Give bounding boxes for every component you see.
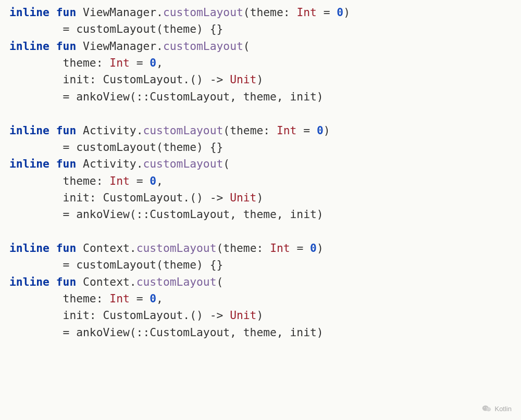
receiver-type: Activity: [83, 124, 137, 137]
keyword-fun: fun: [56, 6, 76, 19]
receiver-type: ViewManager: [83, 40, 156, 53]
keyword-inline: inline: [9, 241, 49, 254]
code-line: = ankoView(::CustomLayout, theme, init): [9, 326, 324, 339]
code-line: init: CustomLayout.() -> Unit): [9, 191, 263, 204]
code-line: theme: Int = 0,: [9, 174, 163, 187]
type-int: Int: [277, 124, 296, 137]
svg-point-4: [488, 409, 488, 409]
keyword-inline: inline: [9, 6, 49, 19]
keyword-fun: fun: [56, 241, 76, 254]
body-ankoview: ankoView(::CustomLayout, theme, init): [76, 326, 323, 339]
literal-zero: 0: [310, 241, 317, 254]
code-line: = customLayout(theme) {}: [9, 258, 223, 271]
code-line: inline fun ViewManager.customLayout(them…: [9, 6, 350, 19]
code-line: inline fun Activity.customLayout(theme: …: [9, 124, 330, 137]
code-line: inline fun Context.customLayout(theme: I…: [9, 241, 324, 254]
receiver-type: Context: [83, 275, 130, 288]
svg-point-2: [485, 407, 486, 408]
code-line: = customLayout(theme) {}: [9, 141, 223, 154]
arrow: ->: [210, 73, 224, 86]
type-int: Int: [109, 292, 129, 305]
type-int: Int: [109, 56, 129, 69]
literal-zero: 0: [317, 124, 324, 137]
arrow: ->: [210, 191, 224, 204]
type-unit: Unit: [230, 191, 256, 204]
code-line: inline fun ViewManager.customLayout(: [9, 40, 250, 53]
watermark: Kotlin: [482, 404, 512, 413]
code-line: init: CustomLayout.() -> Unit): [9, 309, 263, 322]
blank-line: [9, 107, 16, 120]
svg-point-3: [486, 407, 487, 408]
code-line: theme: Int = 0,: [9, 56, 163, 69]
svg-point-5: [489, 409, 490, 409]
keyword-fun: fun: [56, 157, 76, 170]
blank-line: [9, 225, 16, 238]
keyword-inline: inline: [9, 275, 49, 288]
function-name: customLayout: [163, 6, 243, 19]
receiver-type: Activity: [83, 157, 137, 170]
body-ankoview: ankoView(::CustomLayout, theme, init): [76, 90, 323, 103]
svg-point-1: [487, 408, 491, 412]
body-call: customLayout(theme) {}: [76, 258, 223, 271]
function-name: customLayout: [137, 241, 217, 254]
param-init: init: CustomLayout.(): [63, 191, 210, 204]
function-name: customLayout: [137, 275, 217, 288]
keyword-fun: fun: [56, 275, 76, 288]
param-theme: theme: [63, 56, 96, 69]
keyword-fun: fun: [56, 124, 76, 137]
literal-zero: 0: [337, 6, 343, 19]
param-theme: theme: [230, 124, 263, 137]
param-init: init: CustomLayout.(): [63, 73, 210, 86]
code-line: inline fun Activity.customLayout(: [9, 157, 230, 170]
param-init: init: CustomLayout.(): [63, 309, 210, 322]
type-unit: Unit: [230, 309, 256, 322]
literal-zero: 0: [150, 56, 156, 69]
param-theme: theme: [250, 6, 283, 19]
keyword-inline: inline: [9, 40, 49, 53]
type-unit: Unit: [230, 73, 256, 86]
function-name: customLayout: [143, 157, 223, 170]
type-int: Int: [109, 174, 129, 187]
code-block: inline fun ViewManager.customLayout(them…: [0, 0, 521, 345]
keyword-inline: inline: [9, 124, 49, 137]
keyword-fun: fun: [56, 40, 76, 53]
type-int: Int: [270, 241, 290, 254]
function-name: customLayout: [143, 124, 223, 137]
body-ankoview: ankoView(::CustomLayout, theme, init): [76, 208, 323, 221]
param-theme: theme: [63, 174, 96, 187]
code-line: theme: Int = 0,: [9, 292, 163, 305]
watermark-label: Kotlin: [494, 405, 512, 413]
code-line: = ankoView(::CustomLayout, theme, init): [9, 208, 324, 221]
param-theme: theme: [63, 292, 96, 305]
receiver-type: ViewManager: [83, 6, 156, 19]
code-line: inline fun Context.customLayout(: [9, 275, 223, 288]
code-line: = customLayout(theme) {}: [9, 22, 223, 35]
arrow: ->: [210, 309, 224, 322]
body-call: customLayout(theme) {}: [76, 141, 223, 154]
receiver-type: Context: [83, 241, 130, 254]
type-int: Int: [296, 6, 316, 19]
param-theme: theme: [223, 241, 256, 254]
body-call: customLayout(theme) {}: [76, 22, 223, 35]
code-line: = ankoView(::CustomLayout, theme, init): [9, 90, 324, 103]
literal-zero: 0: [150, 292, 156, 305]
wechat-icon: [482, 404, 491, 413]
function-name: customLayout: [163, 40, 243, 53]
keyword-inline: inline: [9, 157, 49, 170]
literal-zero: 0: [150, 174, 156, 187]
code-line: init: CustomLayout.() -> Unit): [9, 73, 263, 86]
